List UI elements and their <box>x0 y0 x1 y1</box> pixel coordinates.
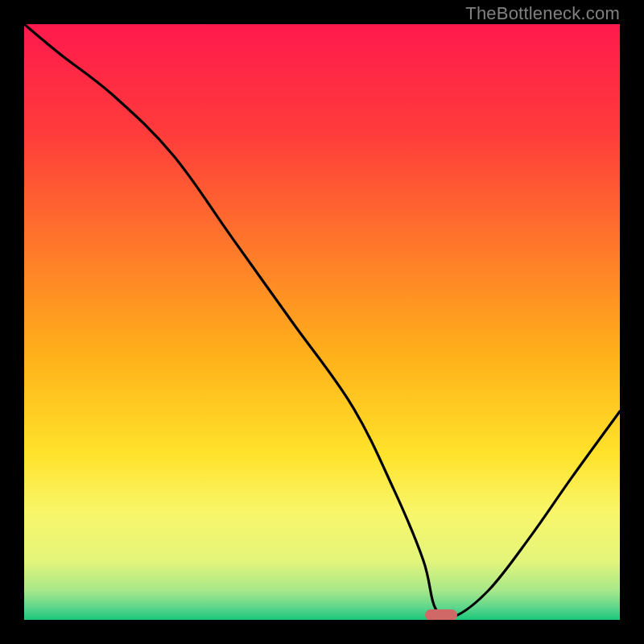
watermark-text: TheBottleneck.com <box>465 3 620 24</box>
chart-frame: TheBottleneck.com <box>0 0 644 644</box>
plot-area <box>24 24 620 620</box>
optimal-marker <box>425 609 457 620</box>
bottleneck-curve <box>24 24 620 620</box>
